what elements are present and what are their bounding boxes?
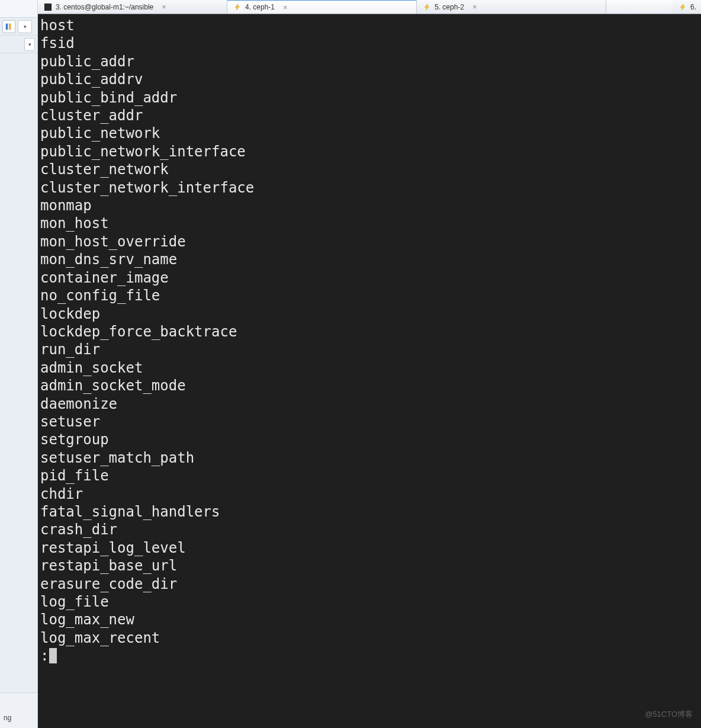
terminal-line: setuser_match_path bbox=[40, 449, 699, 467]
left-strip-footer: ng bbox=[0, 692, 37, 728]
terminal-line: public_addrv bbox=[40, 70, 699, 88]
terminal-line: mon_host bbox=[40, 214, 699, 232]
terminal-line: public_network bbox=[40, 124, 699, 142]
tab-session-3[interactable]: 3. centos@global-m1:~/ansible × bbox=[38, 0, 227, 14]
terminal-line: public_bind_addr bbox=[40, 89, 699, 107]
terminal-line: public_addr bbox=[40, 53, 699, 70]
terminal-line: restapi_log_level bbox=[40, 539, 699, 557]
pager-prompt: : bbox=[40, 647, 49, 665]
app-left-strip: ▾ ▾ ng bbox=[0, 0, 38, 728]
terminal-line: setuser bbox=[40, 413, 699, 431]
terminal-line: crash_dir bbox=[40, 521, 699, 538]
tab-label: 3. centos@global-m1:~/ansible bbox=[56, 3, 153, 11]
left-strip-footer-text: ng bbox=[4, 714, 11, 722]
terminal-line: setgroup bbox=[40, 431, 699, 448]
tab-spacer bbox=[606, 0, 673, 14]
tab-bar: 3. centos@global-m1:~/ansible × 4. ceph-… bbox=[38, 0, 701, 14]
terminal-line: restapi_base_url bbox=[40, 557, 699, 575]
main-area: 3. centos@global-m1:~/ansible × 4. ceph-… bbox=[38, 0, 701, 728]
pager-prompt-row: : bbox=[40, 647, 699, 665]
tab-session-5[interactable]: 5. ceph-2 × bbox=[417, 0, 606, 14]
terminal-line: log_file bbox=[40, 593, 699, 611]
tab-label: 6. bbox=[690, 3, 696, 11]
watermark-text: @51CTO博客 bbox=[645, 705, 693, 723]
terminal-line: chdir bbox=[40, 485, 699, 503]
terminal-line: cluster_network_interface bbox=[40, 179, 699, 197]
tab-session-6[interactable]: 6. bbox=[673, 0, 701, 14]
tab-label: 5. ceph-2 bbox=[435, 3, 464, 11]
terminal-line: fatal_signal_handlers bbox=[40, 503, 699, 521]
terminal-line: container_image bbox=[40, 269, 699, 287]
terminal-line: run_dir bbox=[40, 341, 699, 358]
bolt-icon bbox=[233, 3, 242, 11]
close-icon[interactable]: × bbox=[472, 3, 477, 11]
terminal-line: log_max_new bbox=[40, 611, 699, 628]
tab-session-4[interactable]: 4. ceph-1 × bbox=[227, 0, 417, 14]
svg-rect-0 bbox=[6, 23, 8, 30]
bolt-icon bbox=[423, 3, 431, 11]
close-icon[interactable]: × bbox=[283, 4, 288, 11]
terminal-line: admin_socket_mode bbox=[40, 377, 699, 395]
terminal-icon bbox=[44, 3, 52, 11]
sidebar-tool-dropdown[interactable]: ▾ bbox=[18, 20, 32, 33]
terminal-line: cluster_network bbox=[40, 161, 699, 178]
terminal-output: hostfsidpublic_addrpublic_addrvpublic_bi… bbox=[40, 17, 699, 647]
tab-label: 4. ceph-1 bbox=[245, 3, 275, 11]
terminal-line: fsid bbox=[40, 34, 699, 52]
terminal-line: public_network_interface bbox=[40, 143, 699, 161]
svg-marker-2 bbox=[235, 4, 240, 11]
svg-marker-4 bbox=[680, 4, 685, 10]
terminal-line: lockdep bbox=[40, 305, 699, 323]
terminal-line: mon_host_override bbox=[40, 233, 699, 251]
terminal-viewport[interactable]: hostfsidpublic_addrpublic_addrvpublic_bi… bbox=[38, 14, 701, 728]
svg-rect-1 bbox=[9, 23, 11, 30]
terminal-line: erasure_code_dir bbox=[40, 575, 699, 593]
terminal-line: no_config_file bbox=[40, 287, 699, 304]
left-strip-header bbox=[0, 0, 37, 18]
svg-marker-3 bbox=[425, 4, 429, 10]
sidebar-tool-icon[interactable] bbox=[2, 20, 15, 33]
terminal-line: mon_dns_srv_name bbox=[40, 251, 699, 268]
terminal-line: cluster_addr bbox=[40, 107, 699, 124]
terminal-cursor bbox=[49, 648, 57, 663]
left-strip-spacer bbox=[0, 53, 37, 692]
terminal-line: pid_file bbox=[40, 467, 699, 485]
terminal-line: log_max_recent bbox=[40, 629, 699, 647]
terminal-line: lockdep_force_backtrace bbox=[40, 323, 699, 341]
bolt-icon bbox=[679, 3, 687, 11]
terminal-line: monmap bbox=[40, 197, 699, 214]
close-icon[interactable]: × bbox=[162, 3, 166, 11]
left-strip-toolbar-2: ▾ bbox=[0, 36, 37, 53]
terminal-line: daemonize bbox=[40, 395, 699, 413]
terminal-line: admin_socket bbox=[40, 359, 699, 377]
sidebar-tool-dropdown-2[interactable]: ▾ bbox=[24, 38, 35, 51]
left-strip-toolbar: ▾ bbox=[0, 18, 37, 36]
terminal-line: host bbox=[40, 17, 699, 34]
